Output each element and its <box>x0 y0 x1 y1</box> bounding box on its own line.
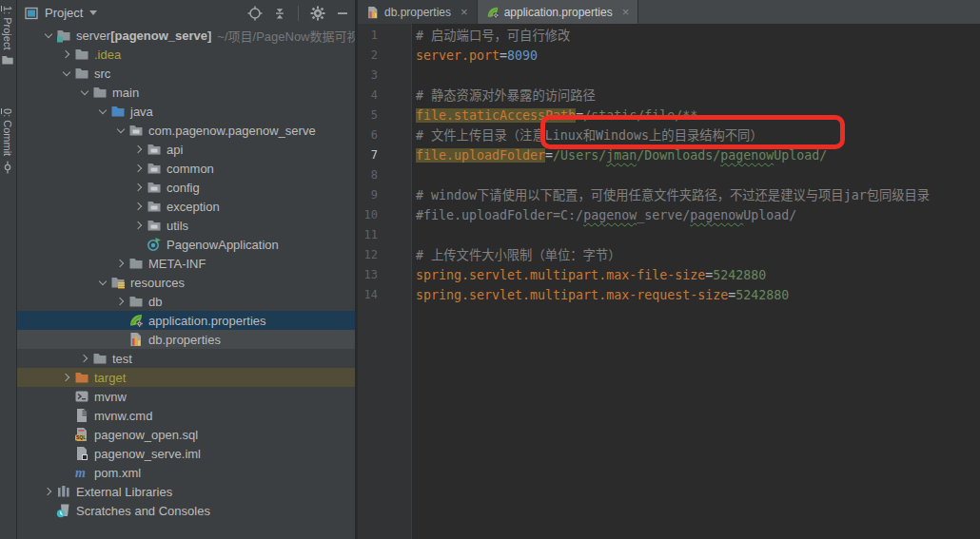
chevron-collapsed-icon[interactable] <box>112 298 128 304</box>
tree-item-label: config <box>167 181 200 195</box>
tree-row-java[interactable]: java <box>17 102 355 121</box>
tree-row-meta-inf[interactable]: META-INF <box>17 254 355 273</box>
code-token: = <box>500 48 507 63</box>
chevron-collapsed-icon[interactable] <box>130 203 147 209</box>
line-number: 10 <box>358 205 378 225</box>
tree-row-api[interactable]: api <box>17 140 355 159</box>
code-line-5[interactable]: file.staticAccessPath=/static/file/** <box>416 106 980 125</box>
settings-icon[interactable] <box>309 5 325 21</box>
code-token: = <box>545 148 553 163</box>
chevron-expanded-icon[interactable] <box>94 280 110 284</box>
editor-tab-db-properties[interactable]: db.properties× <box>358 0 478 24</box>
tree-row-external-libraries[interactable]: External Libraries <box>17 482 355 501</box>
tree-item-label: pagenow_open.sql <box>94 428 198 442</box>
tree-row-exception[interactable]: exception <box>17 197 355 216</box>
tree-row-db[interactable]: db <box>17 292 355 311</box>
tree-row-test[interactable]: test <box>17 349 355 368</box>
line-number: 7 <box>358 145 378 165</box>
chevron-down-icon[interactable] <box>89 10 97 15</box>
tab-label: application.properties <box>504 6 613 19</box>
tree-item-label: resources <box>130 276 185 290</box>
chevron-collapsed-icon[interactable] <box>76 356 92 361</box>
tree-row-config[interactable]: config <box>17 178 355 197</box>
chevron-collapsed-icon[interactable] <box>130 146 147 152</box>
folder-icon <box>128 294 144 309</box>
code-line-1[interactable]: # 启动端口号，可自行修改 <box>416 26 980 46</box>
stripe-commit-button[interactable]: 0: Commit <box>1 103 14 177</box>
tree-row-scratches-and-consoles[interactable]: Scratches and Consoles <box>17 501 355 520</box>
tree-item-label: db <box>148 295 162 309</box>
package-icon <box>147 142 162 157</box>
chevron-collapsed-icon[interactable] <box>40 489 56 494</box>
editor-code[interactable]: # 启动端口号，可自行修改server.port=8090# 静态资源对外暴露的… <box>412 24 980 539</box>
tree-row-pagenow-open-sql[interactable]: SQLpagenow_open.sql <box>17 425 355 444</box>
editor[interactable]: 1234567891011121314 # 启动端口号，可自行修改server.… <box>358 24 980 539</box>
code-line-11[interactable] <box>416 225 980 245</box>
code-line-9[interactable]: # window下请使用以下配置，可使用任意文件夹路径，不过还是建议与项目jar… <box>416 185 980 205</box>
spring-icon <box>128 313 144 328</box>
class-run-icon <box>147 237 162 252</box>
folder-small-icon <box>1 53 14 67</box>
svg-text:m: m <box>75 466 86 480</box>
tree-row-pom-xml[interactable]: mpom.xml <box>17 463 355 482</box>
tree-row-application-properties[interactable]: application.properties <box>17 311 355 330</box>
hide-icon[interactable] <box>334 5 350 21</box>
chevron-collapsed-icon[interactable] <box>130 222 147 228</box>
spring-icon <box>486 6 500 19</box>
tree-row-target[interactable]: target <box>17 368 355 387</box>
tree-row-main[interactable]: main <box>17 83 355 102</box>
collapse-all-icon[interactable] <box>271 5 287 21</box>
code-token: spring.servlet.multipart.max-request-siz… <box>416 288 728 302</box>
chevron-expanded-icon[interactable] <box>58 71 74 75</box>
code-line-8[interactable] <box>416 165 980 185</box>
chevron-collapsed-icon[interactable] <box>130 184 147 190</box>
code-line-10[interactable]: #file.uploadFolder=C:/pagenow_serve/page… <box>416 205 980 225</box>
code-line-13[interactable]: spring.servlet.multipart.max-file-size=5… <box>416 265 980 285</box>
code-line-6[interactable]: # 文件上传目录（注意Linux和Windows上的目录结构不同） <box>416 125 980 145</box>
tree-row-mvnw-cmd[interactable]: mvnw.cmd <box>17 406 355 425</box>
code-line-14[interactable]: spring.servlet.multipart.max-request-siz… <box>416 285 980 305</box>
tree-row-resources[interactable]: resources <box>17 273 355 292</box>
code-line-2[interactable]: server.port=8090 <box>416 46 980 66</box>
code-token: server.port <box>416 48 500 63</box>
tree-row--idea[interactable]: .idea <box>17 45 355 64</box>
tree-row-com-pagenow-pagenow-serve[interactable]: com.pagenow.pagenow_serve <box>17 121 355 140</box>
tree-row-common[interactable]: common <box>17 159 355 178</box>
chevron-expanded-icon[interactable] <box>40 33 56 37</box>
code-line-4[interactable]: # 静态资源对外暴露的访问路径 <box>416 86 980 106</box>
folder-res-icon <box>110 275 126 290</box>
line-number: 12 <box>358 245 378 265</box>
chevron-collapsed-icon[interactable] <box>58 51 74 57</box>
line-number: 4 <box>358 86 378 106</box>
stripe-project-button[interactable]: 1: Project <box>1 0 14 70</box>
tree-row-server[interactable]: server [pagenow_serve]~/项目/PageNow数据可视 <box>17 26 355 45</box>
tree-item-label: application.properties <box>148 314 266 328</box>
code-line-7[interactable]: file.uploadFolder=/Users/jman/Downloads/… <box>416 145 980 165</box>
editor-tab-application-properties[interactable]: application.properties× <box>478 0 639 24</box>
folder-src-icon <box>110 104 126 119</box>
close-icon[interactable]: × <box>461 6 468 18</box>
tree-item-label: main <box>112 86 139 100</box>
tree-item-path: ~/项目/PageNow数据可视 <box>217 27 355 45</box>
tree-row-utils[interactable]: utils <box>17 216 355 235</box>
chevron-expanded-icon[interactable] <box>94 109 110 113</box>
tree-row-mvnw[interactable]: mvnw <box>17 387 355 406</box>
chevron-collapsed-icon[interactable] <box>58 375 74 380</box>
chevron-expanded-icon[interactable] <box>76 90 92 94</box>
tree-row-pagenowapplication[interactable]: PagenowApplication <box>17 235 355 254</box>
close-icon[interactable]: × <box>622 6 630 18</box>
tree-item-label: pagenow_serve.iml <box>94 447 201 461</box>
locate-icon[interactable] <box>246 5 263 21</box>
folder-icon <box>128 256 144 271</box>
chevron-expanded-icon[interactable] <box>112 128 128 132</box>
tree-row-src[interactable]: src <box>17 64 355 83</box>
code-line-12[interactable]: # 上传文件大小限制（单位：字节） <box>416 245 980 265</box>
tree-row-db-properties[interactable]: db.properties <box>17 330 355 349</box>
chevron-collapsed-icon[interactable] <box>130 165 147 171</box>
tree-item-label: Scratches and Consoles <box>76 504 210 518</box>
line-number: 5 <box>358 106 378 125</box>
tree-row-pagenow-serve-iml[interactable]: pagenow_serve.iml <box>17 444 355 463</box>
code-line-3[interactable] <box>416 66 980 86</box>
chevron-collapsed-icon[interactable] <box>112 260 128 266</box>
panel-title[interactable]: Project <box>45 6 83 20</box>
